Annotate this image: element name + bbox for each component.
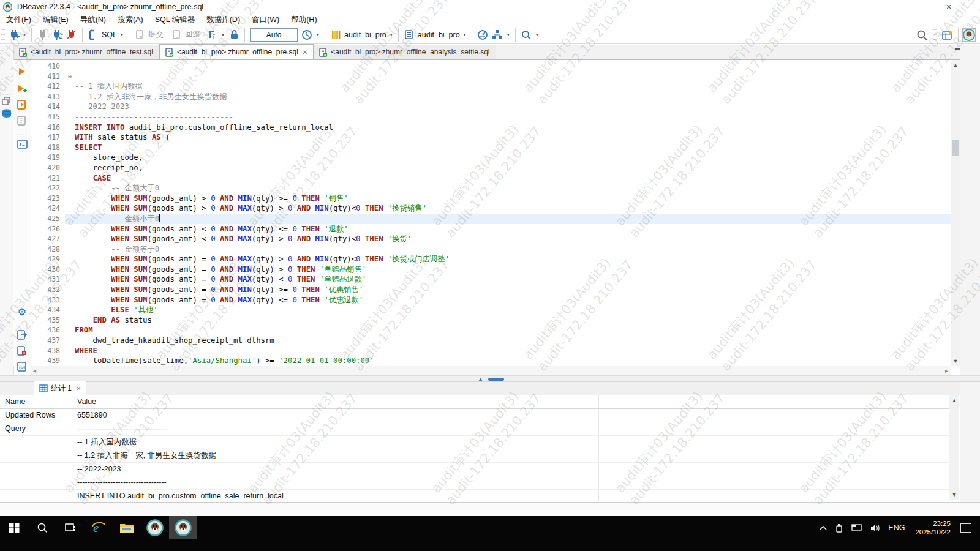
sql-editor-dropdown[interactable]: ▾ <box>118 32 126 37</box>
grid-cell-value[interactable]: INSERT INTO audit_bi_pro.custom_offline_… <box>74 490 599 502</box>
grid-cell-name[interactable] <box>0 436 74 449</box>
maximize-button[interactable] <box>907 0 935 13</box>
editor-tab-2[interactable]: <audit_bi_pro> zhumr_offline_analysis_se… <box>314 45 496 59</box>
database-navigator-icon[interactable] <box>1 108 12 121</box>
connect-icon[interactable] <box>36 28 49 42</box>
editor-tab-0[interactable]: <audit_bi_pro> zhumr_offline_test.sql <box>13 45 159 59</box>
code-line-417[interactable]: 417WITH sale_status AS ( <box>31 132 951 143</box>
grid-row-3[interactable]: -- 1.2 插入非海一家, 非男生女生换货数据 <box>0 449 949 463</box>
code-line-438[interactable]: 438WHERE <box>31 346 951 356</box>
grid-cell-value[interactable]: 6551890 <box>74 409 599 422</box>
menu-item-2[interactable]: 导航(N) <box>80 15 106 25</box>
grid-row-5[interactable]: ----------------------------------- <box>0 476 949 490</box>
code-line-422[interactable]: 422 -- 金额大于0 <box>31 183 951 193</box>
script-output-icon[interactable]: (ω) <box>13 360 31 373</box>
grid-cell-name[interactable] <box>0 490 74 502</box>
network-topology-icon[interactable] <box>491 28 504 42</box>
rollback-button[interactable]: 回滚 <box>185 29 200 40</box>
grid-cell-name[interactable] <box>0 476 74 489</box>
grid-cell-value[interactable]: -- 1.2 插入非海一家, 非男生女生换货数据 <box>74 449 599 462</box>
disconnect-icon[interactable] <box>65 28 78 42</box>
grid-cell-value[interactable]: ----------------------------------- <box>74 422 599 435</box>
transaction-log-icon[interactable] <box>205 28 219 42</box>
internet-explorer-icon[interactable]: e <box>85 516 113 539</box>
grid-row-2[interactable]: -- 1 插入国内数据 <box>0 436 949 449</box>
code-line-427[interactable]: 427 WHEN SUM(goods_amt) < 0 AND MAX(qty)… <box>31 234 951 244</box>
dbeaver-taskbar-icon[interactable] <box>141 516 169 539</box>
execute-statement-icon[interactable] <box>13 65 31 78</box>
grid-row-4[interactable]: -- 2022-2023 <box>0 463 949 476</box>
search-db-icon[interactable] <box>519 28 533 42</box>
fold-collapse-icon[interactable]: ⊖ <box>65 72 75 82</box>
code-line-432[interactable]: 432 WHEN SUM(goods_amt) = 0 AND MIN(qty)… <box>31 285 951 295</box>
user-avatar[interactable] <box>962 28 976 42</box>
task-view-icon[interactable] <box>56 516 85 539</box>
taskbar-search-icon[interactable] <box>28 516 56 539</box>
scroll-up-icon[interactable]: ▲ <box>951 62 960 68</box>
grid-row-6[interactable]: INSERT INTO audit_bi_pro.custom_offline_… <box>0 490 949 502</box>
grid-cell-value[interactable]: -- 1 插入国内数据 <box>74 436 599 449</box>
usb-tray-icon[interactable] <box>835 523 843 533</box>
execute-script-icon[interactable] <box>13 98 31 111</box>
splitter-handle[interactable] <box>488 378 504 381</box>
quick-search-icon[interactable] <box>915 28 929 42</box>
terminal-icon[interactable] <box>13 137 31 151</box>
connection-select-dropdown[interactable]: ▾ <box>388 32 395 37</box>
tx-history-icon[interactable] <box>300 28 314 42</box>
export-result-icon[interactable] <box>13 328 31 342</box>
grid-cell-name[interactable]: Query <box>0 422 74 435</box>
menu-item-5[interactable]: 数据库(D) <box>206 15 240 25</box>
reconnect-icon[interactable] <box>50 28 64 42</box>
execute-new-tab-icon[interactable] <box>13 82 31 96</box>
menu-item-4[interactable]: SQL 编辑器 <box>155 15 195 25</box>
code-line-425[interactable]: 425 -- 金额小于0 <box>31 214 951 224</box>
code-line-423[interactable]: 423 WHEN SUM(goods_amt) > 0 AND MIN(qty)… <box>31 193 951 204</box>
code-line-415[interactable]: 415----------------------------------- <box>31 112 951 122</box>
network-tray-icon[interactable] <box>851 524 862 532</box>
commit-button[interactable]: 提交 <box>148 29 164 40</box>
menu-item-1[interactable]: 编辑(E) <box>43 15 69 25</box>
stats-tab[interactable]: 统计 1 ✕ <box>34 381 86 395</box>
code-line-419[interactable]: 419 store_code, <box>31 152 951 163</box>
file-explorer-icon[interactable] <box>113 516 141 539</box>
menu-item-0[interactable]: 文件(F) <box>6 15 31 25</box>
code-line-439[interactable]: 439 toDateTime(sale_time,'Asia/Shanghai'… <box>31 356 951 366</box>
lock-icon[interactable] <box>227 28 241 42</box>
code-line-433[interactable]: 433 WHEN SUM(goods_amt) = 0 AND MAX(qty)… <box>31 295 951 305</box>
menu-item-7[interactable]: 帮助(H) <box>291 15 317 25</box>
settings-gear-icon[interactable]: ⚙ <box>13 305 31 318</box>
grid-cell-value[interactable]: -- 2022-2023 <box>74 463 599 476</box>
new-connection-dropdown[interactable]: ▾ <box>21 32 28 37</box>
action-center-icon[interactable] <box>960 523 971 533</box>
scroll-up-icon[interactable]: ▲ <box>949 397 959 403</box>
code-line-418[interactable]: 418SELECT <box>31 143 951 153</box>
menu-item-3[interactable]: 搜索(A) <box>118 15 143 25</box>
code-line-416[interactable]: 416INSERT INTO audit_bi_pro.custom_offli… <box>31 122 951 133</box>
tx-mode-combo[interactable]: Auto <box>250 28 298 42</box>
code-line-429[interactable]: 429 WHEN SUM(goods_amt) = 0 AND MAX(qty)… <box>31 254 951 264</box>
code-line-420[interactable]: 420 receipt_no, <box>31 163 951 173</box>
tx-history-dropdown[interactable]: ▾ <box>314 32 322 37</box>
minimize-button[interactable] <box>878 0 907 13</box>
sql-editor-label[interactable]: SQL <box>102 31 117 39</box>
code-line-437[interactable]: 437 dwd_trade_hkaudit_shop_receipt_mt dt… <box>31 335 951 346</box>
grid-cell-name[interactable] <box>0 463 74 476</box>
code-line-431[interactable]: 431 WHEN SUM(goods_amt) = 0 AND MAX(qty)… <box>31 274 951 285</box>
language-indicator[interactable]: ENG <box>888 523 905 532</box>
scroll-right-icon[interactable]: ▸ <box>945 367 948 374</box>
start-button[interactable] <box>0 516 28 539</box>
new-connection-icon[interactable] <box>7 28 20 42</box>
hidden-icons-chevron[interactable] <box>820 525 827 530</box>
menu-item-6[interactable]: 窗口(W) <box>252 15 279 25</box>
schema-select[interactable]: audit_bi_pro <box>418 31 460 39</box>
code-line-421[interactable]: 421 CASE <box>31 173 951 184</box>
scroll-down-icon[interactable]: ▼ <box>951 358 960 364</box>
scroll-down-icon[interactable]: ▼ <box>949 492 959 498</box>
connection-select[interactable]: audit_bi_pro <box>344 31 386 39</box>
grid-cell-name[interactable]: Updated Rows <box>0 409 74 422</box>
stats-tab-close-icon[interactable]: ✕ <box>76 385 81 392</box>
code-line-426[interactable]: 426 WHEN SUM(goods_amt) < 0 AND MAX(qty)… <box>31 224 951 234</box>
scroll-left-icon[interactable]: ◂ <box>33 367 36 374</box>
code-line-410[interactable]: 410 <box>31 61 951 72</box>
editor-tab-1[interactable]: <audit_bi_pro> zhumr_offline_pre.sql✕ <box>159 44 314 59</box>
